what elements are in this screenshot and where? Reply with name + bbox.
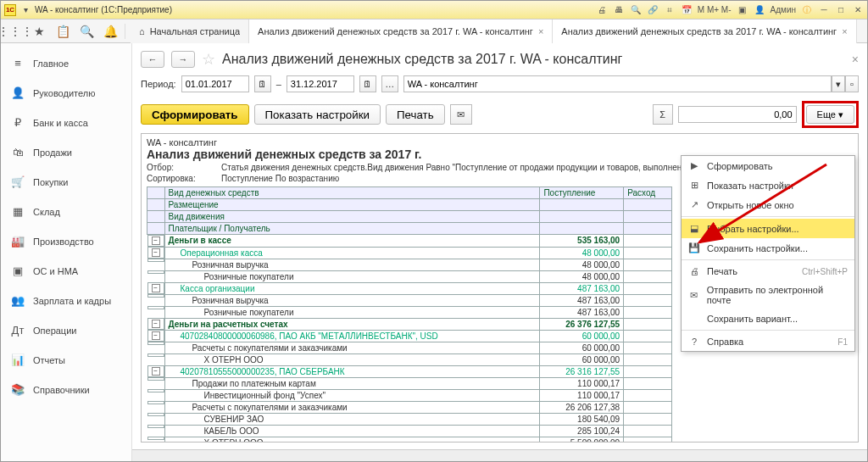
menu-label: Открыть новое окно [707, 200, 794, 210]
menu-item[interactable]: Сохранить вариант... [682, 309, 854, 328]
sidebar-item[interactable]: 🛒Покупки [1, 167, 131, 197]
sidebar-item[interactable]: ▦Склад [1, 197, 131, 226]
sidebar-item[interactable]: 👥Зарплата и кадры [1, 286, 131, 315]
organization-input[interactable] [403, 75, 832, 92]
print-button[interactable]: Печать [386, 104, 445, 125]
sidebar-icon: 📚 [11, 383, 25, 396]
menu-shortcut: F1 [837, 337, 848, 347]
email-icon[interactable]: ✉ [450, 104, 472, 125]
row-value: 60 000,00 [540, 330, 624, 342]
menu-label: Отправить по электронной почте [707, 285, 848, 305]
sidebar-item[interactable]: ▣ОС и НМА [1, 256, 131, 286]
close-window-icon[interactable]: ✕ [852, 4, 864, 16]
row-value: 60 000,00 [540, 342, 624, 353]
sidebar-item[interactable]: ДтОперации [1, 315, 131, 345]
tab-home[interactable]: ⌂ Начальная страница [131, 19, 249, 43]
row-label: Касса организации [164, 282, 540, 294]
back-button[interactable]: ← [141, 51, 164, 68]
row-label: Операционная касса [164, 247, 540, 259]
collapse-icon[interactable]: − [152, 320, 160, 328]
menu-item[interactable]: ▶ Сформировать [682, 156, 854, 175]
calendar-icon[interactable]: 📅 [681, 4, 693, 16]
info-icon[interactable]: ⓘ [801, 4, 813, 16]
sidebar-label: Главное [33, 58, 69, 69]
forward-button[interactable]: → [171, 51, 195, 68]
row-label: Расчеты с покупателями и заказчиками [164, 342, 540, 353]
maximize-icon[interactable]: □ [835, 4, 847, 16]
collapse-icon[interactable]: − [152, 367, 160, 376]
menu-icon: 💾 [688, 242, 700, 253]
row-value: 110 000,17 [540, 377, 624, 389]
link-icon[interactable]: 🔗 [647, 4, 659, 16]
sidebar-icon: ▦ [11, 205, 25, 218]
menu-item[interactable]: ⊞ Показать настройки [682, 175, 854, 195]
app-title: WA - консалтинг (1С:Предприятие) [35, 5, 172, 14]
favorite-icon[interactable]: ☆ [202, 50, 215, 69]
sidebar-label: Производство [33, 237, 94, 247]
clipboard-icon[interactable]: 📋 [53, 22, 72, 41]
menu-item[interactable]: 🖨 Печать Ctrl+Shift+P [682, 262, 854, 281]
collapse-icon[interactable]: − [152, 248, 160, 257]
row-value: 535 163,00 [540, 235, 624, 248]
sigma-icon[interactable]: Σ [653, 104, 673, 125]
sidebar-icon: Дт [11, 324, 25, 337]
apps-icon[interactable]: ⋮⋮⋮ [6, 22, 25, 41]
form-button[interactable]: Сформировать [141, 104, 249, 125]
show-settings-button[interactable]: Показать настройки [254, 104, 381, 125]
search-icon[interactable]: 🔍 [630, 4, 642, 16]
sidebar-item[interactable]: ≡Главное [1, 48, 131, 78]
row-label: Деньги в кассе [164, 235, 540, 248]
row-value: 26 376 127,55 [540, 318, 624, 330]
calc-icon[interactable]: ⌗ [664, 4, 676, 16]
calendar-from-icon[interactable]: 🗓 [254, 75, 271, 92]
row-label: Розничная выручка [164, 294, 540, 306]
menu-item[interactable]: 💾 Сохранить настройки... [682, 238, 854, 258]
close-icon[interactable]: × [538, 26, 543, 36]
org-dropdown-icon[interactable]: ▾ [832, 75, 845, 92]
menu-item[interactable]: ? Справка F1 [682, 332, 854, 351]
row-label: 40702840800000060986, ПАО АКБ "МЕТАЛЛИНВ… [164, 330, 540, 342]
print-icon[interactable]: 🖨 [596, 4, 608, 16]
date-to-input[interactable] [287, 75, 354, 92]
menu-item[interactable]: ⬓ Выбрать настройки... [682, 219, 854, 238]
bell-icon[interactable]: 🔔 [101, 22, 120, 41]
close-page-icon[interactable]: × [852, 53, 859, 66]
period-picker-button[interactable]: … [381, 75, 398, 92]
period-label: Период: [141, 79, 176, 89]
sum-input[interactable] [678, 106, 797, 123]
sidebar-item[interactable]: 📊Отчеты [1, 345, 131, 375]
sidebar-item[interactable]: 🛍Продажи [1, 137, 131, 167]
minimize-icon[interactable]: ─ [818, 4, 830, 16]
menu-label: Сформировать [707, 161, 773, 171]
search-icon[interactable]: 🔍 [77, 22, 96, 41]
tab-report-2[interactable]: Анализ движений денежных средств за 2017… [553, 19, 856, 43]
sidebar-item[interactable]: ₽Банк и касса [1, 108, 131, 137]
menu-icon: ↗ [688, 199, 700, 210]
star-icon[interactable]: ★ [30, 22, 48, 41]
collapse-icon[interactable]: − [152, 284, 160, 292]
sidebar-icon: 🛍 [11, 146, 25, 159]
menu-item[interactable]: ↗ Открыть новое окно [682, 195, 854, 214]
windows-icon[interactable]: ▣ [737, 4, 748, 16]
row-label: Розничные покупатели [164, 270, 540, 282]
menu-item[interactable]: ✉ Отправить по электронной почте [682, 281, 854, 309]
org-open-icon[interactable]: ▫ [845, 75, 859, 92]
more-button[interactable]: Еще ▾ [806, 105, 854, 124]
close-icon[interactable]: × [842, 26, 847, 36]
collapse-icon[interactable]: − [152, 331, 160, 340]
sidebar-icon: 🛒 [11, 175, 25, 188]
collapse-icon[interactable]: − [152, 237, 160, 245]
date-from-input[interactable] [181, 75, 249, 92]
row-value: 48 000,00 [540, 270, 624, 282]
save-icon[interactable]: 🖶 [613, 4, 625, 16]
sidebar-item[interactable]: 🏭Производство [1, 226, 131, 256]
sidebar-item[interactable]: 📚Справочники [1, 375, 131, 404]
row-value: 26 206 127,38 [540, 401, 624, 413]
dropdown-icon[interactable]: ▾ [19, 4, 31, 16]
tab-report-1[interactable]: Анализ движений денежных средств за 2017… [249, 19, 553, 43]
menu-label: Сохранить вариант... [707, 314, 798, 324]
row-label: 40207810555000000235, ПАО СБЕРБАНК [164, 365, 540, 377]
sidebar-item[interactable]: 👤Руководителю [1, 78, 131, 108]
calendar-to-icon[interactable]: 🗓 [359, 75, 376, 92]
col-out: Расход [624, 187, 672, 199]
